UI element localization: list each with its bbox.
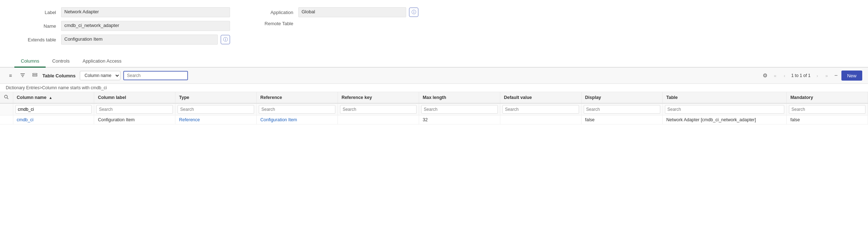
search-row-display — [581, 103, 662, 116]
type-header: Type — [175, 92, 257, 103]
max-length-header: Max length — [419, 92, 500, 103]
svg-point-6 — [5, 95, 8, 98]
minus-icon: − — [834, 72, 837, 79]
column-label-search-input[interactable] — [96, 105, 173, 114]
data-table: Column name ▲ Column label Type Referenc… — [0, 92, 868, 124]
row-default-value — [500, 116, 581, 124]
extends-field-label: Extends table — [14, 37, 61, 42]
new-button[interactable]: New — [841, 71, 862, 81]
svg-rect-3 — [33, 73, 37, 74]
label-row: Label Network Adapter — [14, 7, 230, 17]
row-column-label: Configuration Item — [94, 116, 175, 124]
search-row-reference — [257, 103, 338, 116]
search-icon-header — [0, 92, 13, 103]
remote-table-row: Remote Table — [252, 21, 854, 26]
row-table: Network Adapter [cmdb_ci_network_adapter… — [662, 116, 786, 124]
filter-button[interactable] — [18, 71, 27, 80]
name-field-label: Name — [14, 23, 61, 29]
tab-application-access[interactable]: Application Access — [76, 55, 128, 68]
row-mandatory: false — [786, 116, 868, 124]
search-row-table — [662, 103, 786, 116]
search-col-icon[interactable] — [4, 95, 9, 100]
table-col-header: Table — [662, 92, 786, 103]
column-name-link[interactable]: cmdb_ci — [17, 117, 34, 122]
prev-icon: ‹ — [784, 73, 785, 78]
minus-button[interactable]: − — [832, 72, 840, 80]
svg-line-7 — [7, 98, 9, 99]
table-search-row — [0, 103, 868, 116]
hamburger-button[interactable]: ≡ — [6, 71, 15, 80]
form-left: Label Network Adapter Name cmdb_ci_netwo… — [14, 7, 230, 48]
extends-info-button[interactable]: ⓘ — [221, 35, 230, 44]
column-name-search-input[interactable] — [15, 105, 92, 114]
list-icon — [32, 73, 37, 79]
top-form: Label Network Adapter Name cmdb_ci_netwo… — [0, 0, 868, 52]
search-row-reference-key — [338, 103, 419, 116]
row-column-name: cmdb_ci — [13, 116, 94, 124]
column-name-dropdown[interactable]: Column name — [80, 71, 120, 80]
type-link[interactable]: Reference — [179, 117, 200, 122]
reference-key-search-input[interactable] — [340, 105, 417, 114]
search-row-column-label — [94, 103, 175, 116]
info-icon: ⓘ — [223, 36, 228, 43]
row-icon-cell — [0, 116, 13, 124]
next-icon: › — [817, 73, 818, 78]
filter-info: Dictionary Entries>Column name starts wi… — [0, 84, 868, 92]
search-row-default-value — [500, 103, 581, 116]
last-icon: » — [825, 73, 828, 78]
row-type: Reference — [175, 116, 257, 124]
tab-controls[interactable]: Controls — [46, 55, 76, 68]
application-field-value: Global — [298, 7, 406, 17]
max-length-search-input[interactable] — [421, 105, 498, 114]
default-value-search-input[interactable] — [502, 105, 579, 114]
type-search-input[interactable] — [178, 105, 254, 114]
table-row: cmdb_ci Configuration Item Reference Con… — [0, 116, 868, 124]
remote-table-label: Remote Table — [252, 21, 298, 26]
prev-page-button[interactable]: ‹ — [781, 72, 789, 80]
gear-button[interactable]: ⚙ — [761, 71, 770, 80]
application-info-button[interactable]: ⓘ — [409, 8, 418, 17]
name-field-value: cmdb_ci_network_adapter — [61, 21, 230, 31]
mandatory-header: Mandatory — [786, 92, 868, 103]
search-row-column-name — [13, 103, 94, 116]
row-reference-key — [338, 116, 419, 124]
search-row-icon-cell — [0, 103, 13, 116]
table-header-row: Column name ▲ Column label Type Referenc… — [0, 92, 868, 103]
column-name-header-label: Column name — [17, 95, 47, 100]
label-field-label: Label — [14, 10, 61, 15]
tabs-bar: Columns Controls Application Access — [0, 55, 868, 68]
column-label-header: Column label — [94, 92, 175, 103]
page-info: 1 to 1 of 1 — [791, 73, 810, 78]
label-field-value: Network Adapter — [61, 7, 230, 17]
gear-icon: ⚙ — [763, 72, 767, 79]
row-display: false — [581, 116, 662, 124]
application-info-icon: ⓘ — [412, 9, 416, 15]
tab-columns[interactable]: Columns — [14, 55, 46, 68]
hamburger-icon: ≡ — [9, 73, 12, 78]
extends-row: Extends table Configuration Item ⓘ — [14, 35, 230, 45]
toolbar-right: ⚙ « ‹ 1 to 1 of 1 › » − New — [761, 71, 862, 81]
sort-arrow: ▲ — [49, 96, 52, 100]
reference-link[interactable]: Configuration Item — [260, 117, 297, 122]
list-view-button[interactable] — [30, 71, 40, 80]
row-reference: Configuration Item — [257, 116, 338, 124]
toolbar-label: Table Columns — [42, 73, 75, 78]
table-search-input[interactable] — [665, 105, 784, 114]
row-max-length: 32 — [419, 116, 500, 124]
first-icon: « — [774, 73, 776, 78]
column-name-header[interactable]: Column name ▲ — [13, 92, 94, 103]
mandatory-search-input[interactable] — [789, 105, 865, 114]
reference-search-input[interactable] — [259, 105, 335, 114]
display-search-input[interactable] — [584, 105, 660, 114]
first-page-button[interactable]: « — [771, 72, 779, 80]
svg-rect-4 — [33, 75, 37, 76]
form-right: Application Global ⓘ Remote Table — [230, 7, 854, 48]
last-page-button[interactable]: » — [823, 72, 831, 80]
next-page-button[interactable]: › — [813, 72, 821, 80]
search-row-type — [175, 103, 257, 116]
search-row-mandatory — [786, 103, 868, 116]
toolbar-search-input[interactable] — [123, 71, 188, 80]
search-row-max-length — [419, 103, 500, 116]
display-header: Display — [581, 92, 662, 103]
default-value-header: Default value — [500, 92, 581, 103]
